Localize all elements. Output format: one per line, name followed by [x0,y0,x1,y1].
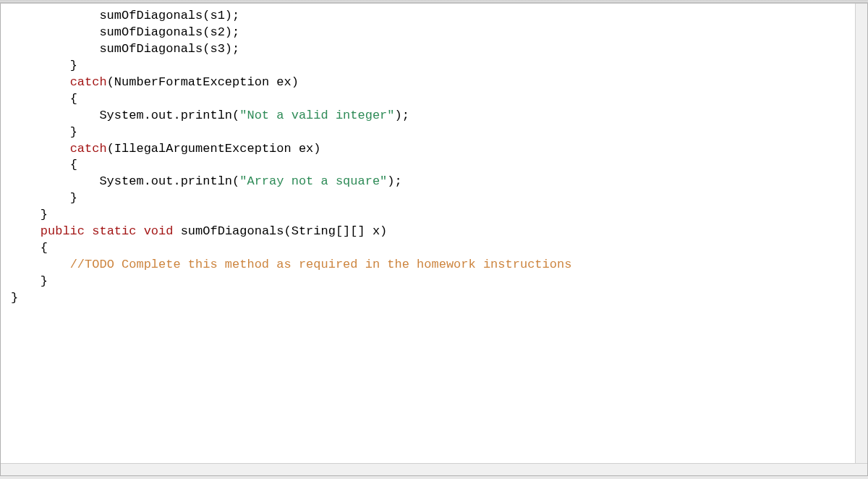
code-token: (IllegalArgumentException ex) [107,142,321,156]
code-token: } [70,125,77,139]
code-token [136,224,143,238]
code-token: } [41,274,48,288]
code-token-catch-kw: catch [70,75,107,89]
code-token: ); [395,109,409,122]
code-line: { [1,91,867,108]
code-line: } [1,207,867,224]
code-line: } [1,190,867,207]
code-token: sumOfDiagonals(String[][] x) [173,224,387,238]
code-line: System.out.println("Not a valid integer"… [1,108,867,124]
code-token [85,224,92,238]
code-line: sumOfDiagonals(s3); [1,41,867,58]
code-token-string: "Array not a square" [239,174,387,188]
code-token-keyword: static [92,224,136,238]
code-content: sumOfDiagonals(s1); sumOfDiagonals(s2); … [1,8,867,307]
horizontal-scrollbar[interactable] [1,463,867,475]
code-token: System.out.println( [99,174,239,188]
code-token-keyword: public [41,224,85,238]
code-token: sumOfDiagonals(s3); [99,42,239,56]
vertical-scrollbar[interactable] [855,4,867,475]
code-line: public static void sumOfDiagonals(String… [1,224,867,240]
code-line: catch(NumberFormatException ex) [1,75,867,91]
code-line: } [1,58,867,75]
code-token: } [70,191,77,205]
code-line: } [1,290,867,307]
code-token-catch-kw: catch [70,142,107,156]
code-line: System.out.println("Array not a square")… [1,174,867,190]
code-token: } [41,208,48,221]
code-token: sumOfDiagonals(s1); [99,9,239,22]
code-token: { [41,241,48,255]
code-token: (NumberFormatException ex) [107,75,299,89]
code-line: { [1,157,867,174]
code-token: { [70,92,77,106]
code-line: catch(IllegalArgumentException ex) [1,141,867,158]
code-token: System.out.println( [99,109,239,122]
code-token: sumOfDiagonals(s2); [99,25,239,39]
code-line: { [1,240,867,257]
code-line: sumOfDiagonals(s1); [1,8,867,25]
code-token: } [11,291,18,305]
code-token-string: "Not a valid integer" [239,109,394,122]
code-line: sumOfDiagonals(s2); [1,25,867,41]
code-line: //TODO Complete this method as required … [1,257,867,274]
code-token: } [70,59,77,72]
code-token: { [70,158,77,171]
code-token-comment: //TODO Complete this method as required … [70,258,572,271]
code-line: } [1,274,867,290]
code-line: } [1,124,867,141]
code-token: ); [387,174,401,188]
code-token-keyword: void [144,224,174,238]
code-editor-pane[interactable]: sumOfDiagonals(s1); sumOfDiagonals(s2); … [0,3,868,476]
